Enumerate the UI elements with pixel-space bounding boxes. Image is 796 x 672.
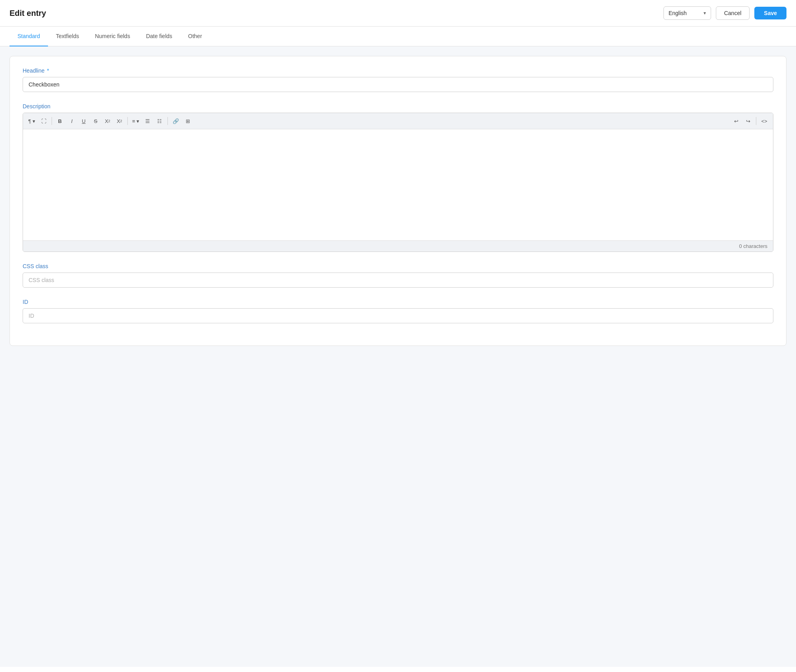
toolbar-link-btn[interactable]: 🔗: [170, 115, 181, 127]
toolbar-insert-group: 🔗 ⊞: [170, 115, 193, 127]
toolbar-table-btn[interactable]: ⊞: [182, 115, 193, 127]
headline-label: Headline *: [23, 67, 773, 74]
editor-toolbar: ¶ ▾ ⛶ B I U S X2 X2 ≡ ▾ ☰: [23, 113, 773, 129]
toolbar-divider-2: [127, 117, 128, 125]
description-editable-area[interactable]: [23, 129, 773, 240]
chevron-down-icon: ▾: [704, 10, 706, 16]
tab-standard[interactable]: Standard: [10, 27, 48, 46]
headline-input[interactable]: [23, 77, 773, 92]
toolbar-strikethrough-btn[interactable]: S: [90, 115, 101, 127]
toolbar-source-btn[interactable]: <>: [759, 115, 770, 127]
language-selector[interactable]: English ▾: [663, 6, 711, 20]
tabs-nav: Standard Textfields Numeric fields Date …: [0, 27, 796, 46]
save-button[interactable]: Save: [754, 7, 786, 19]
form-card: Headline * Description ¶ ▾ ⛶ B I U: [10, 56, 786, 346]
description-editor: ¶ ▾ ⛶ B I U S X2 X2 ≡ ▾ ☰: [23, 113, 773, 252]
tab-numeric-fields[interactable]: Numeric fields: [87, 27, 138, 46]
id-group: ID: [23, 299, 773, 323]
description-label: Description: [23, 103, 773, 109]
required-star: *: [45, 67, 49, 74]
main-content: Headline * Description ¶ ▾ ⛶ B I U: [0, 46, 796, 667]
toolbar-subscript-btn[interactable]: X2: [114, 115, 125, 127]
cancel-button[interactable]: Cancel: [716, 6, 750, 20]
toolbar-underline-btn[interactable]: U: [78, 115, 89, 127]
toolbar-paragraph-group: ¶ ▾ ⛶: [26, 115, 49, 127]
toolbar-superscript-btn[interactable]: X2: [102, 115, 113, 127]
toolbar-divider-4: [756, 117, 756, 125]
toolbar-redo-btn[interactable]: ↪: [742, 115, 754, 127]
toolbar-unordered-list-btn[interactable]: ☰: [142, 115, 153, 127]
toolbar-undo-btn[interactable]: ↩: [731, 115, 742, 127]
tab-date-fields[interactable]: Date fields: [138, 27, 180, 46]
id-input[interactable]: [23, 308, 773, 323]
description-group: Description ¶ ▾ ⛶ B I U S X2 X2: [23, 103, 773, 252]
toolbar-bold-btn[interactable]: B: [54, 115, 65, 127]
toolbar-paragraph-btn[interactable]: ¶ ▾: [26, 115, 37, 127]
toolbar-align-btn[interactable]: ≡ ▾: [130, 115, 141, 127]
language-label: English: [669, 10, 687, 16]
toolbar-list-group: ≡ ▾ ☰ ☷: [130, 115, 165, 127]
css-class-group: CSS class: [23, 263, 773, 288]
header-actions: English ▾ Cancel Save: [663, 6, 786, 20]
toolbar-expand-btn[interactable]: ⛶: [38, 115, 49, 127]
tab-other[interactable]: Other: [180, 27, 210, 46]
tab-textfields[interactable]: Textfields: [48, 27, 87, 46]
id-label: ID: [23, 299, 773, 305]
css-class-input[interactable]: [23, 273, 773, 288]
css-class-label: CSS class: [23, 263, 773, 269]
toolbar-history-group: ↩ ↪: [731, 115, 754, 127]
headline-group: Headline *: [23, 67, 773, 92]
toolbar-format-group: B I U S X2 X2: [54, 115, 125, 127]
toolbar-divider-3: [167, 117, 168, 125]
tabs-list: Standard Textfields Numeric fields Date …: [10, 27, 786, 46]
header: Edit entry English ▾ Cancel Save: [0, 0, 796, 27]
toolbar-italic-btn[interactable]: I: [66, 115, 77, 127]
editor-char-count: 0 characters: [23, 240, 773, 252]
page-title: Edit entry: [10, 9, 46, 18]
toolbar-divider-1: [52, 117, 52, 125]
toolbar-ordered-list-btn[interactable]: ☷: [154, 115, 165, 127]
